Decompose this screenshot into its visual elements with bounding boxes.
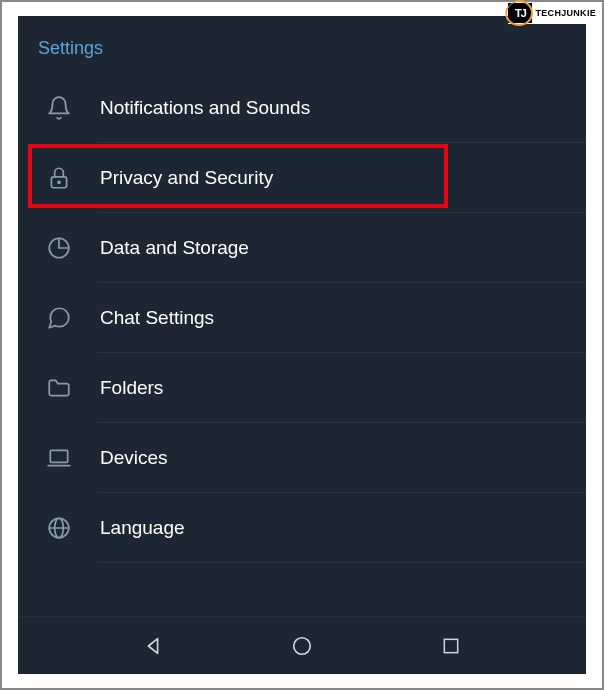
svg-point-8 [294,637,311,654]
watermark-brand: TECHJUNKIE [535,8,596,18]
watermark: TJ TECHJUNKIE [508,2,600,24]
settings-item-label: Folders [100,377,163,399]
settings-item-folders[interactable]: Folders [18,353,586,423]
settings-item-label: Chat Settings [100,307,214,329]
settings-item-language[interactable]: Language [18,493,586,563]
settings-item-label: Privacy and Security [100,167,273,189]
settings-item-data[interactable]: Data and Storage [18,213,586,283]
bell-icon [40,95,78,121]
settings-item-label: Devices [100,447,168,469]
settings-section-header: Settings [18,16,586,73]
outer-frame: TJ TECHJUNKIE Settings Notifications and… [0,0,604,690]
android-nav-bar [18,616,586,674]
folder-icon [40,375,78,401]
svg-rect-9 [445,639,458,652]
nav-back-button[interactable] [123,626,183,666]
chat-icon [40,305,78,331]
divider [98,562,586,563]
watermark-logo: TJ [508,3,532,23]
svg-rect-3 [50,450,67,462]
settings-item-notifications[interactable]: Notifications and Sounds [18,73,586,143]
screenshot-area: Settings Notifications and Sounds [18,16,586,674]
lock-icon [40,165,78,191]
laptop-icon [40,445,78,471]
settings-item-label: Data and Storage [100,237,249,259]
settings-item-label: Language [100,517,185,539]
nav-recent-button[interactable] [421,626,481,666]
settings-item-label: Notifications and Sounds [100,97,310,119]
settings-item-chat[interactable]: Chat Settings [18,283,586,353]
settings-list: Notifications and Sounds Privacy and Sec… [18,73,586,563]
nav-home-button[interactable] [272,626,332,666]
globe-icon [40,515,78,541]
svg-point-1 [58,181,60,183]
pie-icon [40,235,78,261]
settings-item-devices[interactable]: Devices [18,423,586,493]
settings-item-privacy[interactable]: Privacy and Security [18,143,586,213]
